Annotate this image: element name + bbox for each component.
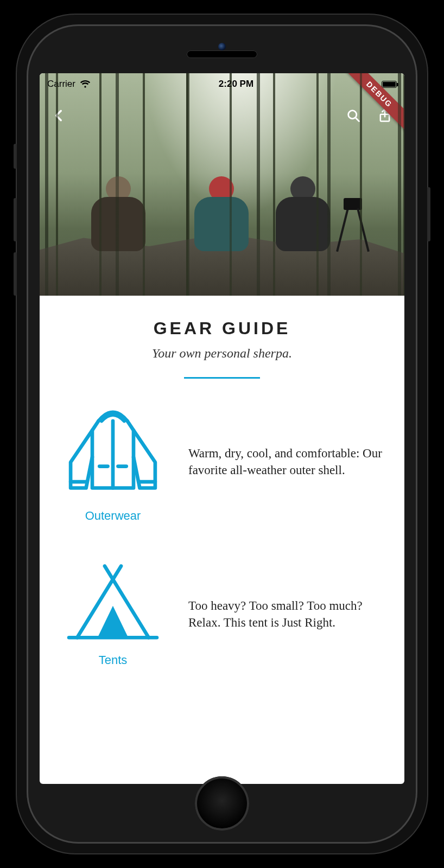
share-button[interactable] (375, 106, 395, 125)
device-bezel: Carrier 2:20 PM (27, 24, 417, 844)
status-bar: Carrier 2:20 PM (40, 73, 404, 95)
page-title: GEAR GUIDE (56, 318, 388, 339)
nav-bar (40, 100, 404, 131)
search-button[interactable] (344, 106, 363, 125)
hero-person-2 (192, 176, 251, 258)
content-area[interactable]: GEAR GUIDE Your own personal sherpa. (40, 296, 404, 667)
svg-marker-12 (98, 606, 128, 637)
hero-person-1 (88, 176, 148, 258)
device-frame: Carrier 2:20 PM (16, 14, 428, 854)
title-divider (184, 377, 260, 379)
battery-icon (382, 81, 397, 88)
front-camera (218, 43, 226, 50)
gear-item-label: Outerwear (85, 509, 141, 523)
gear-item-tents[interactable]: Tents Too heavy? Too small? Too much? Re… (56, 561, 388, 667)
earpiece-speaker (187, 50, 257, 58)
back-button[interactable] (49, 106, 69, 125)
clock-label: 2:20 PM (219, 79, 253, 90)
volume-up-button[interactable] (14, 198, 17, 241)
gear-item-outerwear[interactable]: Outerwear Warm, dry, cool, and comfortab… (56, 400, 388, 523)
screen: Carrier 2:20 PM (40, 73, 404, 784)
wifi-icon (80, 79, 91, 90)
gear-item-description: Warm, dry, cool, and comfortable: Our fa… (188, 445, 388, 478)
hero-image: Carrier 2:20 PM (40, 73, 404, 296)
carrier-label: Carrier (47, 79, 75, 90)
gear-item-label: Tents (99, 653, 128, 667)
hero-person-3 (273, 176, 333, 258)
mute-switch[interactable] (14, 144, 17, 169)
gear-item-description: Too heavy? Too small? Too much? Relax. T… (188, 597, 388, 631)
hero-tripod (334, 193, 372, 252)
power-button[interactable] (427, 187, 430, 241)
volume-down-button[interactable] (14, 252, 17, 296)
jacket-icon (61, 400, 164, 503)
page-subtitle: Your own personal sherpa. (56, 346, 388, 361)
svg-line-1 (356, 118, 359, 122)
home-button[interactable] (195, 776, 249, 831)
svg-point-0 (348, 111, 357, 119)
tent-icon (61, 561, 164, 648)
